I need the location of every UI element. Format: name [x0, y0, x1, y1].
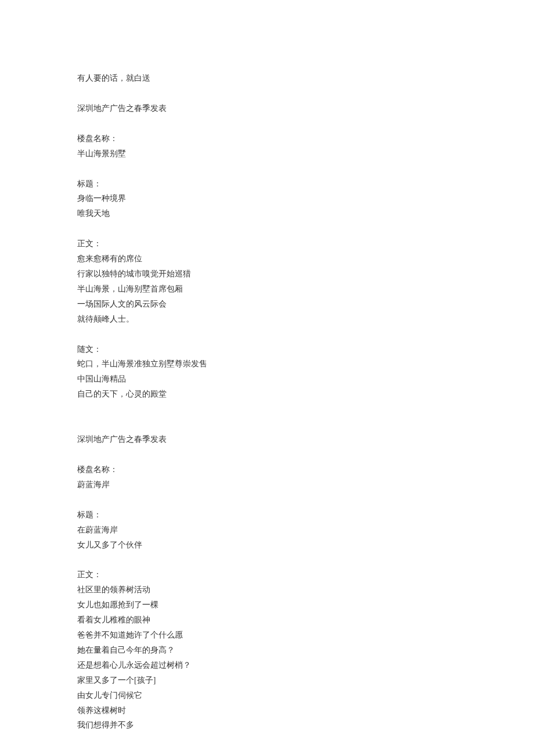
ad2-title-label: 标题： [77, 507, 534, 523]
ad2-header: 深圳地产广告之春季发表 [77, 432, 534, 447]
ad1-follow-line3: 自己的天下，心灵的殿堂 [77, 387, 534, 402]
ad1-follow-line2: 中国山海精品 [77, 372, 534, 387]
ad1-name-label: 楼盘名称： [77, 131, 534, 146]
ad2-body-line10: 我们想得并不多 [77, 718, 534, 733]
ad1-title-label: 标题： [77, 177, 534, 192]
ad1-body-line4: 一场国际人文的风云际会 [77, 297, 534, 312]
ad1-title-line1: 身临一种境界 [77, 191, 534, 206]
ad2-name-value: 蔚蓝海岸 [77, 477, 534, 492]
ad2-title-line1: 在蔚蓝海岸 [77, 523, 534, 538]
ad1-follow-label: 随文： [77, 342, 534, 357]
ad2-title-line2: 女儿又多了个伙伴 [77, 538, 534, 553]
ad2-body-label: 正文： [77, 567, 534, 582]
ad1-body-label: 正文： [77, 236, 534, 251]
ad2-body-line4: 爸爸并不知道她许了个什么愿 [77, 628, 534, 643]
ad2-body-line7: 家里又多了一个[孩子] [77, 673, 534, 688]
ad1-header: 深圳地产广告之春季发表 [77, 101, 534, 116]
ad1-name-value: 半山海景别墅 [77, 146, 534, 161]
ad2-body-line9: 领养这棵树时 [77, 703, 534, 718]
ad2-body-line1: 社区里的领养树活动 [77, 582, 534, 597]
ad2-body-line3: 看着女儿稚稚的眼神 [77, 613, 534, 628]
ad1-body-line2: 行家以独特的城市嗅觉开始巡猎 [77, 267, 534, 282]
ad1-follow-line1: 蛇口，半山海景准独立别墅尊崇发售 [77, 357, 534, 372]
ad1-body-line1: 愈来愈稀有的席位 [77, 251, 534, 267]
ad2-body-line8: 由女儿专门伺候它 [77, 688, 534, 703]
ad1-title-line2: 唯我天地 [77, 206, 534, 221]
intro-text: 有人要的话，就白送 [77, 71, 534, 86]
ad2-body-line2: 女儿也如愿抢到了一棵 [77, 597, 534, 613]
ad2-body-line6: 还是想着心儿永远会超过树梢？ [77, 658, 534, 673]
ad2-body-line5: 她在量着自己今年的身高？ [77, 643, 534, 658]
ad1-body-line3: 半山海景，山海别墅首席包厢 [77, 282, 534, 297]
ad1-body-line5: 就待颠峰人士。 [77, 312, 534, 327]
ad2-name-label: 楼盘名称： [77, 462, 534, 477]
